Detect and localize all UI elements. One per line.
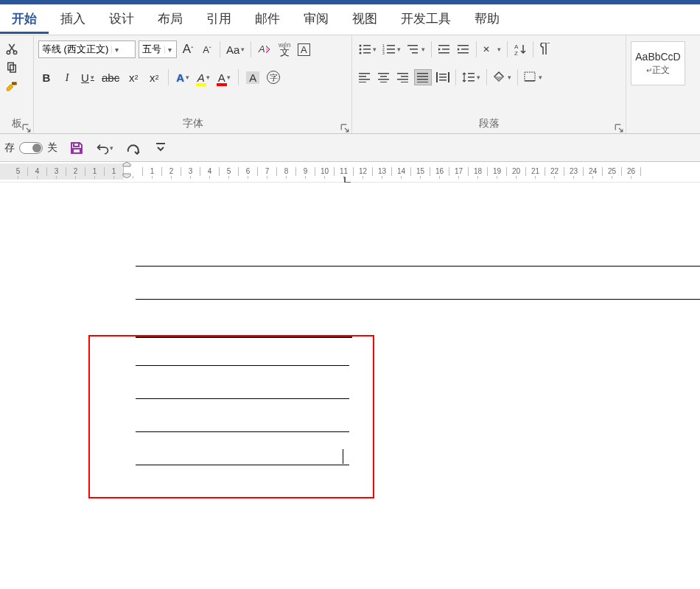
svg-rect-4 xyxy=(12,82,17,85)
svg-point-0 xyxy=(7,51,10,54)
shrink-font-button[interactable]: Aˇ xyxy=(199,41,215,57)
ruler-tick: 13 xyxy=(373,167,392,176)
qat-customize-button[interactable] xyxy=(152,139,169,157)
phonetic-guide-button[interactable]: wén 文 xyxy=(276,41,293,57)
svg-rect-50 xyxy=(439,80,447,81)
svg-rect-56 xyxy=(74,143,79,147)
ruler-tick: 1 xyxy=(85,167,105,176)
align-left-button[interactable] xyxy=(357,69,373,85)
superscript-button[interactable]: x2 xyxy=(146,69,162,85)
font-name-combo[interactable]: 等线 (西文正文) ▾ xyxy=(38,40,136,58)
tab-design[interactable]: 设计 xyxy=(97,4,146,32)
tab-home[interactable]: 开始 xyxy=(0,4,49,34)
horizontal-ruler[interactable]: 5 4 3 2 1 1 1 2 3 4 5 6 7 8 9 10 11 12 1… xyxy=(0,162,700,183)
separator xyxy=(507,41,508,57)
redo-button[interactable] xyxy=(124,139,141,157)
tab-help[interactable]: 帮助 xyxy=(463,4,511,32)
clipboard-dialog-launcher[interactable] xyxy=(22,122,31,131)
bold-button[interactable]: B xyxy=(38,69,55,85)
numbering-button[interactable]: 123▾ xyxy=(381,41,402,57)
svg-rect-24 xyxy=(458,45,469,46)
tab-view[interactable]: 视图 xyxy=(340,4,389,32)
cut-button[interactable] xyxy=(4,41,19,56)
svg-rect-25 xyxy=(461,49,469,50)
line-spacing-button[interactable]: ▾ xyxy=(461,69,482,85)
style-normal[interactable]: AaBbCcD ↵正文 xyxy=(631,41,685,85)
tab-references[interactable]: 引用 xyxy=(195,4,243,32)
ruler-tick: 25 xyxy=(603,167,622,176)
svg-rect-7 xyxy=(363,45,371,46)
change-case-button[interactable]: Aa▾ xyxy=(225,41,246,57)
annotation-rectangle xyxy=(88,335,374,498)
font-dialog-launcher[interactable] xyxy=(340,122,349,131)
ruler-tick: 1 xyxy=(143,167,162,176)
autosave-toggle[interactable]: 存 关 xyxy=(4,141,57,155)
svg-rect-32 xyxy=(359,79,370,80)
character-border-button[interactable]: A xyxy=(295,41,312,57)
format-painter-button[interactable] xyxy=(4,80,19,94)
copy-button[interactable] xyxy=(4,60,19,75)
clear-formatting-button[interactable]: A xyxy=(256,41,273,57)
character-shading-button[interactable]: A xyxy=(245,69,261,85)
svg-rect-55 xyxy=(525,80,535,82)
subscript-button[interactable]: x2 xyxy=(125,69,141,85)
font-size-combo[interactable]: 五号 ▾ xyxy=(139,40,177,58)
svg-rect-51 xyxy=(468,73,475,74)
tab-insert[interactable]: 插入 xyxy=(49,4,97,32)
svg-text:✕: ✕ xyxy=(483,44,490,54)
underline-button[interactable]: U▾ xyxy=(80,69,96,85)
tab-developer[interactable]: 开发工具 xyxy=(389,4,463,32)
svg-rect-46 xyxy=(436,72,438,82)
ruler-tick: 12 xyxy=(354,167,373,176)
enclose-characters-button[interactable]: 字 xyxy=(265,69,281,85)
strikethrough-button[interactable]: abc xyxy=(100,69,121,85)
save-button[interactable] xyxy=(68,139,85,157)
bullets-button[interactable]: ▾ xyxy=(357,41,378,57)
svg-rect-15 xyxy=(387,49,395,50)
show-paragraph-marks-button[interactable] xyxy=(538,41,554,57)
shading-button[interactable]: ▾ xyxy=(491,69,513,85)
svg-rect-33 xyxy=(359,82,366,82)
ruler-tick: 4 xyxy=(28,167,47,176)
asian-layout-button[interactable]: ✕▾ xyxy=(481,41,503,57)
group-paragraph: ▾ 123▾ ▾ ✕▾ xyxy=(352,35,626,133)
paragraph-dialog-launcher[interactable] xyxy=(615,122,623,131)
svg-rect-17 xyxy=(387,52,395,54)
ruler-tick: 20 xyxy=(507,167,526,176)
distributed-button[interactable] xyxy=(435,69,451,85)
group-font-label: 字体 xyxy=(38,116,347,132)
ruler-tick: 4 xyxy=(200,167,220,176)
svg-rect-43 xyxy=(417,76,428,77)
decrease-indent-button[interactable] xyxy=(436,41,452,57)
chevron-down-icon[interactable]: ▾ xyxy=(111,46,122,54)
svg-rect-19 xyxy=(410,49,418,50)
chevron-down-icon[interactable]: ▾ xyxy=(164,46,175,54)
text-effects-button[interactable]: A▾ xyxy=(175,69,191,85)
ruler-tick: 6 xyxy=(239,167,258,176)
tab-review[interactable]: 审阅 xyxy=(292,4,340,32)
undo-button[interactable]: ▾ xyxy=(96,139,113,157)
ruler-tick: 26 xyxy=(622,167,641,176)
ribbon-tabs: 开始 插入 设计 布局 引用 邮件 审阅 视图 开发工具 帮助 xyxy=(0,4,700,35)
highlight-color-button[interactable]: A▾ xyxy=(195,69,211,85)
font-color-button[interactable]: A▾ xyxy=(216,69,232,85)
svg-rect-18 xyxy=(407,45,418,46)
borders-button[interactable]: ▾ xyxy=(522,69,544,85)
align-center-button[interactable] xyxy=(376,69,392,85)
increase-indent-button[interactable] xyxy=(455,41,472,57)
tab-mailings[interactable]: 邮件 xyxy=(243,4,292,32)
ruler-tick: 5 xyxy=(220,167,239,176)
tab-layout[interactable]: 布局 xyxy=(146,4,195,32)
align-right-button[interactable] xyxy=(395,69,411,85)
ruler-tick: 18 xyxy=(469,167,488,176)
document-canvas[interactable] xyxy=(0,183,700,589)
align-justify-button[interactable] xyxy=(414,69,432,85)
separator xyxy=(431,41,432,57)
svg-rect-57 xyxy=(73,149,80,153)
italic-button[interactable]: I xyxy=(59,69,75,85)
multilevel-list-button[interactable]: ▾ xyxy=(405,41,427,57)
font-size-value: 五号 xyxy=(139,43,164,56)
separator xyxy=(168,69,169,85)
grow-font-button[interactable]: Aˆ xyxy=(180,41,196,57)
sort-button[interactable]: AZ xyxy=(512,41,528,57)
